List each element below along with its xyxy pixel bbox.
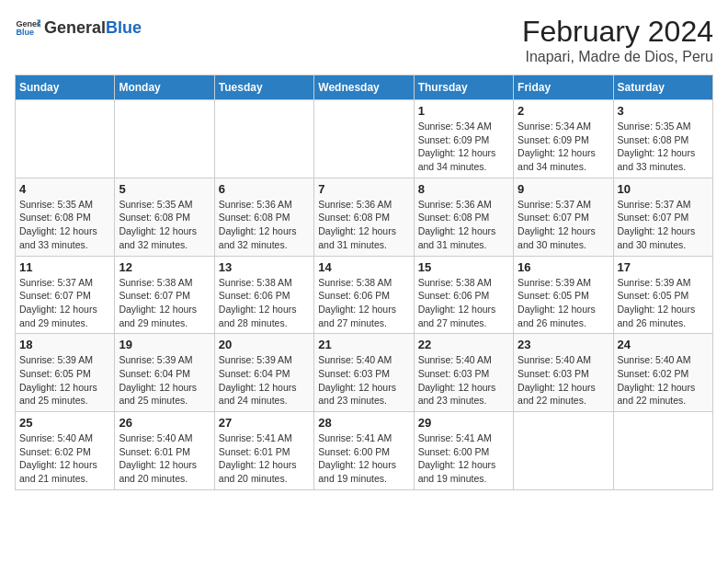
day-number: 1 xyxy=(418,104,509,118)
day-info: Sunrise: 5:39 AMSunset: 6:05 PMDaylight:… xyxy=(618,276,709,330)
svg-text:Blue: Blue xyxy=(16,28,34,37)
day-number: 7 xyxy=(318,182,409,196)
calendar-cell: 12Sunrise: 5:38 AMSunset: 6:07 PMDayligh… xyxy=(115,256,214,334)
calendar-cell xyxy=(16,100,115,178)
day-info: Sunrise: 5:40 AMSunset: 6:03 PMDaylight:… xyxy=(318,353,409,408)
calendar-week-2: 4Sunrise: 5:35 AMSunset: 6:08 PMDaylight… xyxy=(16,178,713,256)
day-number: 24 xyxy=(618,338,709,351)
day-info: Sunrise: 5:38 AMSunset: 6:06 PMDaylight:… xyxy=(318,276,409,330)
calendar-cell: 18Sunrise: 5:39 AMSunset: 6:05 PMDayligh… xyxy=(16,334,115,412)
day-number: 25 xyxy=(19,416,110,430)
day-info: Sunrise: 5:35 AMSunset: 6:08 PMDaylight:… xyxy=(119,198,210,252)
calendar-cell: 27Sunrise: 5:41 AMSunset: 6:01 PMDayligh… xyxy=(214,412,313,490)
day-number: 22 xyxy=(418,338,509,351)
day-info: Sunrise: 5:36 AMSunset: 6:08 PMDaylight:… xyxy=(219,198,310,252)
calendar-cell: 29Sunrise: 5:41 AMSunset: 6:00 PMDayligh… xyxy=(414,412,513,490)
day-header-monday: Monday xyxy=(115,75,214,100)
day-info: Sunrise: 5:34 AMSunset: 6:09 PMDaylight:… xyxy=(418,120,509,174)
calendar-subtitle: Inapari, Madre de Dios, Peru xyxy=(522,49,713,65)
day-number: 23 xyxy=(518,338,609,351)
day-number: 19 xyxy=(119,338,210,351)
day-number: 16 xyxy=(518,260,609,274)
calendar-cell: 24Sunrise: 5:40 AMSunset: 6:02 PMDayligh… xyxy=(613,334,712,412)
day-number: 29 xyxy=(418,416,509,430)
day-info: Sunrise: 5:36 AMSunset: 6:08 PMDaylight:… xyxy=(318,198,409,252)
day-number: 10 xyxy=(618,182,709,196)
day-info: Sunrise: 5:39 AMSunset: 6:05 PMDaylight:… xyxy=(19,353,110,408)
calendar-cell: 13Sunrise: 5:38 AMSunset: 6:06 PMDayligh… xyxy=(214,256,313,334)
day-info: Sunrise: 5:36 AMSunset: 6:08 PMDaylight:… xyxy=(418,198,509,252)
logo-blue-text: Blue xyxy=(106,18,142,38)
calendar-cell: 21Sunrise: 5:40 AMSunset: 6:03 PMDayligh… xyxy=(314,334,414,412)
day-info: Sunrise: 5:41 AMSunset: 6:00 PMDaylight:… xyxy=(318,431,409,486)
day-number: 6 xyxy=(219,182,310,196)
day-info: Sunrise: 5:34 AMSunset: 6:09 PMDaylight:… xyxy=(518,120,609,174)
calendar-cell: 1Sunrise: 5:34 AMSunset: 6:09 PMDaylight… xyxy=(414,100,513,178)
day-number: 4 xyxy=(19,182,110,196)
calendar-cell: 17Sunrise: 5:39 AMSunset: 6:05 PMDayligh… xyxy=(613,256,712,334)
calendar-cell: 7Sunrise: 5:36 AMSunset: 6:08 PMDaylight… xyxy=(314,178,414,256)
calendar-title: February 2024 xyxy=(522,15,713,49)
calendar-cell: 23Sunrise: 5:40 AMSunset: 6:03 PMDayligh… xyxy=(514,334,613,412)
calendar-cell: 10Sunrise: 5:37 AMSunset: 6:07 PMDayligh… xyxy=(613,178,712,256)
calendar-cell: 19Sunrise: 5:39 AMSunset: 6:04 PMDayligh… xyxy=(115,334,214,412)
day-info: Sunrise: 5:41 AMSunset: 6:00 PMDaylight:… xyxy=(418,431,509,486)
calendar-week-1: 1Sunrise: 5:34 AMSunset: 6:09 PMDaylight… xyxy=(16,100,713,178)
calendar-cell xyxy=(613,412,712,490)
day-number: 28 xyxy=(318,416,409,430)
day-number: 21 xyxy=(318,338,409,351)
calendar-cell: 16Sunrise: 5:39 AMSunset: 6:05 PMDayligh… xyxy=(514,256,613,334)
day-info: Sunrise: 5:40 AMSunset: 6:03 PMDaylight:… xyxy=(418,353,509,408)
day-info: Sunrise: 5:35 AMSunset: 6:08 PMDaylight:… xyxy=(618,120,709,174)
calendar-cell: 26Sunrise: 5:40 AMSunset: 6:01 PMDayligh… xyxy=(115,412,214,490)
calendar-week-4: 18Sunrise: 5:39 AMSunset: 6:05 PMDayligh… xyxy=(16,334,713,412)
day-header-tuesday: Tuesday xyxy=(214,75,313,100)
calendar-header-row: SundayMondayTuesdayWednesdayThursdayFrid… xyxy=(16,75,713,100)
day-header-wednesday: Wednesday xyxy=(314,75,414,100)
day-number: 15 xyxy=(418,260,509,274)
day-info: Sunrise: 5:40 AMSunset: 6:02 PMDaylight:… xyxy=(618,353,709,408)
page-header: General Blue GeneralBlue February 2024 I… xyxy=(15,15,713,65)
calendar-cell: 14Sunrise: 5:38 AMSunset: 6:06 PMDayligh… xyxy=(314,256,414,334)
calendar-cell: 15Sunrise: 5:38 AMSunset: 6:06 PMDayligh… xyxy=(414,256,513,334)
svg-text:General: General xyxy=(16,19,40,29)
calendar-cell: 2Sunrise: 5:34 AMSunset: 6:09 PMDaylight… xyxy=(514,100,613,178)
day-number: 3 xyxy=(618,104,709,118)
day-info: Sunrise: 5:40 AMSunset: 6:03 PMDaylight:… xyxy=(518,353,609,408)
day-info: Sunrise: 5:39 AMSunset: 6:04 PMDaylight:… xyxy=(219,353,310,408)
day-number: 9 xyxy=(518,182,609,196)
calendar-cell xyxy=(314,100,414,178)
logo-icon: General Blue xyxy=(15,15,40,40)
day-header-friday: Friday xyxy=(514,75,613,100)
day-number: 20 xyxy=(219,338,310,351)
day-number: 27 xyxy=(219,416,310,430)
calendar-cell: 3Sunrise: 5:35 AMSunset: 6:08 PMDaylight… xyxy=(613,100,712,178)
day-info: Sunrise: 5:38 AMSunset: 6:07 PMDaylight:… xyxy=(119,276,210,330)
calendar-week-3: 11Sunrise: 5:37 AMSunset: 6:07 PMDayligh… xyxy=(16,256,713,334)
logo: General Blue GeneralBlue xyxy=(15,15,142,40)
calendar-cell xyxy=(514,412,613,490)
day-info: Sunrise: 5:39 AMSunset: 6:05 PMDaylight:… xyxy=(518,276,609,330)
calendar-cell: 25Sunrise: 5:40 AMSunset: 6:02 PMDayligh… xyxy=(16,412,115,490)
calendar-table: SundayMondayTuesdayWednesdayThursdayFrid… xyxy=(15,75,713,490)
day-number: 5 xyxy=(119,182,210,196)
day-header-thursday: Thursday xyxy=(414,75,513,100)
day-info: Sunrise: 5:35 AMSunset: 6:08 PMDaylight:… xyxy=(19,198,110,252)
calendar-cell: 28Sunrise: 5:41 AMSunset: 6:00 PMDayligh… xyxy=(314,412,414,490)
calendar-cell: 4Sunrise: 5:35 AMSunset: 6:08 PMDaylight… xyxy=(16,178,115,256)
calendar-cell xyxy=(214,100,313,178)
calendar-cell: 6Sunrise: 5:36 AMSunset: 6:08 PMDaylight… xyxy=(214,178,313,256)
logo-general-text: General xyxy=(44,18,106,38)
day-number: 11 xyxy=(19,260,110,274)
calendar-cell: 20Sunrise: 5:39 AMSunset: 6:04 PMDayligh… xyxy=(214,334,313,412)
day-number: 2 xyxy=(518,104,609,118)
calendar-cell: 22Sunrise: 5:40 AMSunset: 6:03 PMDayligh… xyxy=(414,334,513,412)
day-info: Sunrise: 5:37 AMSunset: 6:07 PMDaylight:… xyxy=(19,276,110,330)
calendar-cell: 11Sunrise: 5:37 AMSunset: 6:07 PMDayligh… xyxy=(16,256,115,334)
day-info: Sunrise: 5:37 AMSunset: 6:07 PMDaylight:… xyxy=(518,198,609,252)
day-number: 17 xyxy=(618,260,709,274)
day-info: Sunrise: 5:39 AMSunset: 6:04 PMDaylight:… xyxy=(119,353,210,408)
calendar-week-5: 25Sunrise: 5:40 AMSunset: 6:02 PMDayligh… xyxy=(16,412,713,490)
day-number: 18 xyxy=(19,338,110,351)
day-header-sunday: Sunday xyxy=(16,75,115,100)
